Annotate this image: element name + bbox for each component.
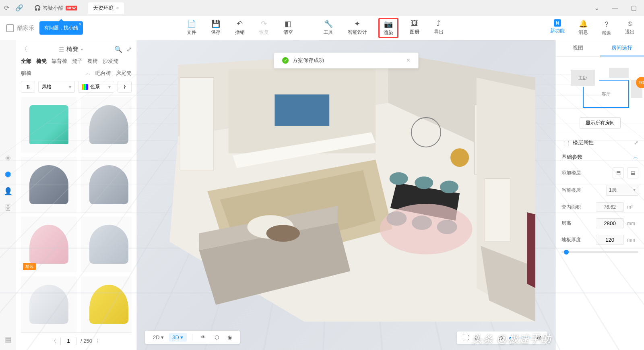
- file-icon: 📄: [187, 19, 196, 28]
- titlebar: ⟳ 🔗 🎧 答疑小酷 NEW 天资环庭 × ⌄ — ▢: [0, 0, 644, 16]
- credit-watermark: 头条 @极速手助: [472, 332, 551, 346]
- check-icon: ✓: [282, 57, 289, 64]
- image-icon: 🖼: [411, 19, 418, 28]
- smart-design-button[interactable]: ✦智能设计: [345, 18, 370, 38]
- file-button[interactable]: 📄文件: [184, 18, 200, 38]
- chevron-down-icon: ▾: [69, 84, 71, 90]
- angle-badge[interactable]: 90: [636, 77, 644, 88]
- 3d-viewport[interactable]: ✓ 方案保存成功 × ⊘ 酷家乐技术支持 2D ▾ 3D ▾ 👁 ⬡ ◉ ⛶ ⊡…: [137, 40, 555, 350]
- undo-button[interactable]: ↶撤销: [232, 18, 248, 38]
- svg-point-12: [266, 225, 300, 242]
- svg-rect-5: [275, 94, 329, 126]
- cat-all[interactable]: 全部: [21, 58, 31, 65]
- svg-point-23: [450, 148, 469, 167]
- svg-rect-25: [485, 178, 510, 242]
- sparkle-icon: ✦: [354, 19, 360, 28]
- tools-button[interactable]: 🔧工具: [320, 18, 336, 38]
- close-icon[interactable]: ×: [407, 57, 410, 64]
- svg-marker-27: [527, 212, 535, 288]
- cat-sofa-stool[interactable]: 沙发凳: [103, 58, 118, 65]
- view-3d-button[interactable]: 3D ▾: [169, 333, 186, 342]
- new-features-button[interactable]: N新功能: [547, 18, 568, 38]
- sort-icon: ⇅: [26, 84, 30, 90]
- chevron-down-icon: ▾: [81, 47, 83, 52]
- maximize-icon[interactable]: ▢: [627, 4, 640, 12]
- minimap-room[interactable]: [609, 68, 629, 78]
- refresh-icon[interactable]: ⟳: [4, 4, 9, 12]
- svg-point-14: [390, 172, 408, 185]
- svg-point-16: [440, 181, 458, 193]
- save-button[interactable]: 💾保存: [208, 18, 224, 38]
- cat-stool[interactable]: 椅凳: [36, 58, 47, 65]
- color-swatch-icon: [82, 84, 88, 90]
- wrench-icon: 🔧: [324, 19, 333, 28]
- app-logo-icon: [6, 24, 14, 32]
- collapse-icon[interactable]: ⌄: [591, 4, 603, 12]
- tab-help-assistant[interactable]: 🎧 答疑小酷 NEW: [29, 2, 82, 14]
- redo-icon: ↷: [261, 19, 267, 28]
- exit-icon: ⎋: [628, 19, 632, 28]
- search-icon[interactable]: 🔍: [114, 46, 122, 53]
- cat-dining[interactable]: 餐椅: [87, 58, 98, 65]
- new-badge: NEW: [66, 6, 77, 10]
- save-success-toast: ✓ 方案保存成功 ×: [274, 52, 419, 68]
- cube-icon[interactable]: ⬡: [211, 333, 222, 342]
- exit-button[interactable]: ⎋退出: [622, 18, 638, 38]
- n-badge-icon: N: [554, 19, 561, 27]
- minimap-room-master[interactable]: 主卧: [571, 70, 595, 86]
- room-render: [145, 52, 547, 326]
- redo-button: ↷恢复: [256, 18, 272, 38]
- tab-project[interactable]: 天资环庭 ×: [88, 2, 124, 14]
- svg-point-15: [415, 176, 433, 189]
- svg-rect-3: [180, 78, 214, 170]
- thickness-slider[interactable]: [561, 251, 638, 253]
- bell-icon: 🔔: [579, 19, 588, 28]
- frame-icon[interactable]: ⛶: [462, 334, 469, 342]
- svg-point-20: [380, 204, 473, 254]
- cat-bar[interactable]: 吧台椅: [95, 70, 111, 77]
- visibility-icon[interactable]: 👁: [198, 333, 209, 342]
- cat-stool2[interactable]: 凳子: [72, 58, 83, 65]
- headset-icon: 🎧: [34, 5, 41, 11]
- view-2d-button[interactable]: 2D ▾: [150, 333, 167, 342]
- link-icon[interactable]: 🔗: [15, 4, 23, 12]
- help-button[interactable]: ？帮助: [599, 18, 615, 38]
- eraser-icon: ◧: [285, 19, 291, 28]
- question-icon: ？: [603, 19, 610, 29]
- messages-button[interactable]: 🔔消息: [575, 18, 591, 38]
- tab-room-select[interactable]: 房间选择: [600, 40, 644, 56]
- minimize-icon[interactable]: —: [609, 4, 621, 12]
- sort-button[interactable]: ⇅: [21, 81, 35, 93]
- export-icon: ⤴: [437, 19, 440, 28]
- export-button[interactable]: ⤴导出: [431, 18, 447, 38]
- catalog-title[interactable]: ☰ 椅凳 ▾: [31, 46, 110, 53]
- main-toolbar: 酷家乐 有问题，找小酷 × 📄文件 💾保存 ↶撤销 ↷恢复 ◧清空 🔧工具 ✦智…: [0, 16, 644, 40]
- cat-armchair[interactable]: 靠背椅: [52, 58, 67, 65]
- render-button[interactable]: 📷渲染: [378, 18, 398, 38]
- show-all-rooms-button[interactable]: 显示所有房间: [580, 117, 621, 129]
- cat-lounge[interactable]: 躺椅: [21, 70, 31, 77]
- tab-view[interactable]: 视图: [556, 40, 600, 56]
- compass-icon[interactable]: ◉: [224, 333, 235, 342]
- minimap: 主卧 客厅 显示所有房间 90: [556, 57, 644, 134]
- view-mode-bar: 2D ▾ 3D ▾ 👁 ⬡ ◉: [145, 331, 240, 344]
- camera-icon: 📷: [384, 20, 393, 29]
- gallery-button[interactable]: 🖼图册: [407, 18, 423, 38]
- back-icon[interactable]: 〈: [21, 45, 27, 54]
- save-icon: 💾: [211, 19, 220, 28]
- style-filter[interactable]: 风格▾: [38, 81, 75, 93]
- close-icon[interactable]: ×: [79, 22, 81, 27]
- chevron-up-icon[interactable]: ︿: [85, 70, 91, 77]
- expand-icon[interactable]: ⤢: [126, 46, 132, 53]
- close-icon[interactable]: ×: [116, 5, 119, 11]
- app-name: 酷家乐: [17, 25, 34, 32]
- help-callout[interactable]: 有问题，找小酷 ×: [39, 21, 83, 35]
- undo-icon: ↶: [237, 19, 243, 28]
- list-icon: ☰: [59, 46, 64, 53]
- clear-button[interactable]: ◧清空: [280, 18, 296, 38]
